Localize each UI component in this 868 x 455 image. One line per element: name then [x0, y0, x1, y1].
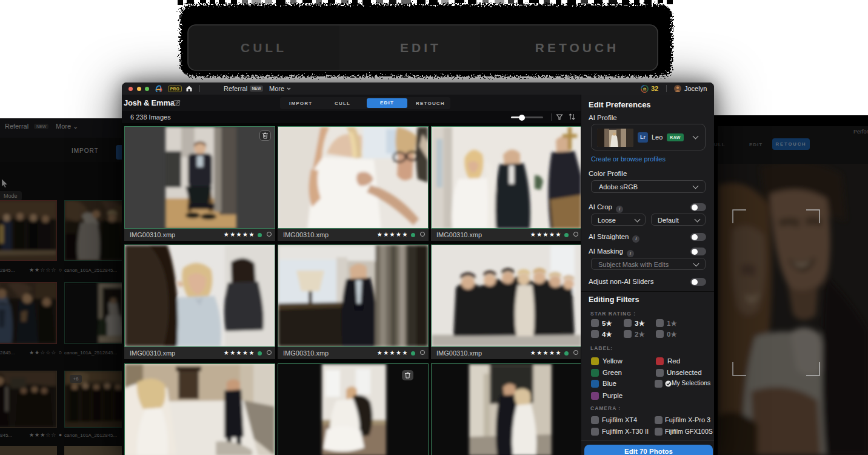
svg-text:⚖: ⚖: [643, 87, 647, 91]
svg-text:EDIT: EDIT: [400, 41, 441, 55]
svg-text:CULL: CULL: [241, 41, 287, 55]
svg-text:RETOUCH: RETOUCH: [535, 41, 619, 55]
